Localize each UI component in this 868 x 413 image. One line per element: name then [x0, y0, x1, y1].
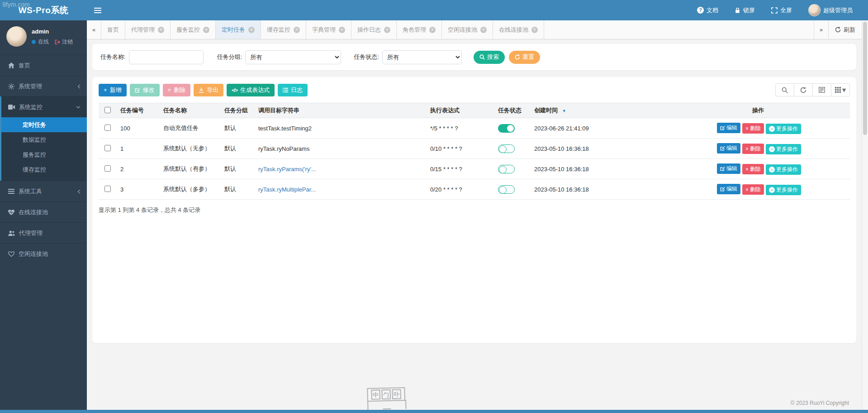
- sort-desc-icon[interactable]: ▼: [562, 109, 566, 113]
- sidebar-item-proxy-mgmt[interactable]: 代理管理: [0, 222, 87, 243]
- tab-home[interactable]: 首页: [101, 20, 125, 39]
- sidebar-item-idle-pool[interactable]: 空闲连接池: [0, 243, 87, 264]
- row-checkbox[interactable]: [104, 186, 111, 192]
- sidebar-subitem-scheduled-tasks[interactable]: 定时任务: [1, 117, 87, 132]
- status-toggle[interactable]: [498, 165, 515, 173]
- tab-cache-monitor[interactable]: 缓存监控 ×: [261, 20, 306, 39]
- user-avatar[interactable]: [6, 26, 27, 47]
- tab-proxy-mgmt[interactable]: 代理管理 ×: [125, 20, 171, 39]
- export-button[interactable]: 导出: [194, 84, 223, 96]
- task-name-input[interactable]: [129, 50, 204, 64]
- status-toggle[interactable]: [498, 124, 515, 133]
- toggle-view-button[interactable]: [812, 83, 831, 96]
- row-more-button[interactable]: › 更多操作: [766, 164, 801, 175]
- tab-close-icon[interactable]: ×: [158, 27, 164, 33]
- task-group-select[interactable]: 所有: [245, 50, 341, 64]
- row-delete-button[interactable]: × 删除: [742, 144, 764, 154]
- edit-icon: [720, 125, 725, 130]
- tab-close-icon[interactable]: ×: [203, 27, 209, 33]
- fullscreen-menu-item[interactable]: 全屏: [771, 6, 792, 14]
- toggle-search-button[interactable]: [775, 83, 794, 96]
- col-task-status[interactable]: 任务状态: [494, 103, 531, 118]
- columns-dropdown-button[interactable]: ▾: [831, 83, 850, 96]
- table-row: 2 系统默认（有参） 默认 ryTask.ryParams('ry'... 0/…: [99, 159, 850, 179]
- invoke-target-link[interactable]: ryTask.ryParams('ry'...: [255, 159, 427, 179]
- task-status-select[interactable]: 所有: [382, 50, 462, 64]
- page-scrollbar[interactable]: [862, 20, 868, 410]
- row-delete-button[interactable]: × 删除: [742, 123, 764, 134]
- sidebar-subitem-cache-monitor[interactable]: 缓存监控: [1, 162, 87, 177]
- scrollbar-thumb[interactable]: [863, 22, 867, 135]
- tab-close-icon[interactable]: ×: [339, 27, 345, 33]
- status-toggle[interactable]: [498, 185, 515, 194]
- col-task-id[interactable]: 任务编号: [117, 103, 160, 118]
- tab-op-log[interactable]: 操作日志 ×: [351, 20, 397, 39]
- edit-button[interactable]: 修改: [130, 84, 160, 96]
- generate-cron-button[interactable]: </> 生成表达式: [227, 84, 275, 96]
- col-invoke-target[interactable]: 调用目标字符串: [255, 103, 427, 118]
- tab-scheduled-tasks[interactable]: 定时任务 ×: [216, 20, 261, 39]
- tab-service-monitor[interactable]: 服务监控 ×: [171, 20, 216, 39]
- row-edit-button[interactable]: 编辑: [717, 184, 740, 194]
- row-more-button[interactable]: › 更多操作: [766, 144, 801, 154]
- sidebar-item-system-mgmt[interactable]: 系统管理: [0, 76, 87, 96]
- sidebar-subitem-data-monitor[interactable]: 数据监控: [1, 132, 87, 147]
- table-header-row: 任务编号 任务名称 任务分组 调用目标字符串 执行表达式 任务状态 创建时间 ▼…: [99, 103, 850, 118]
- search-button[interactable]: 搜索: [474, 51, 505, 64]
- row-checkbox[interactable]: [104, 125, 111, 131]
- tab-close-icon[interactable]: ×: [531, 27, 538, 33]
- row-edit-button[interactable]: 编辑: [717, 143, 740, 154]
- log-button[interactable]: 日志: [278, 84, 308, 96]
- logout-link[interactable]: 注销: [55, 38, 73, 46]
- tab-dict-mgmt[interactable]: 字典管理 ×: [306, 20, 351, 39]
- row-checkbox[interactable]: [104, 145, 111, 151]
- prev-tabs-button[interactable]: «: [87, 20, 101, 39]
- sidebar-item-home[interactable]: 首页: [0, 55, 87, 76]
- row-delete-button[interactable]: × 删除: [742, 184, 764, 195]
- row-delete-button[interactable]: × 删除: [742, 164, 764, 174]
- row-edit-button[interactable]: 编辑: [717, 163, 740, 174]
- tab-close-icon[interactable]: ×: [480, 27, 487, 33]
- delete-button[interactable]: × 删除: [163, 84, 191, 96]
- sidebar-item-online-pool[interactable]: 在线连接池: [0, 202, 87, 222]
- more-arrow-icon: ›: [769, 126, 775, 132]
- row-checkbox[interactable]: [104, 165, 111, 172]
- table-toolbar: + 新增 修改 × 删除 导出 </> 生成表达式 日志: [99, 83, 850, 96]
- select-all-checkbox[interactable]: [104, 107, 111, 113]
- table-row: 1 系统默认（无参） 默认 ryTask.ryNoParams 0/10 * *…: [99, 139, 850, 159]
- copyright-text: © 2023 RuoYi Copyright: [791, 400, 849, 406]
- invoke-target-link[interactable]: ryTask.ryMultiplePar...: [255, 179, 427, 200]
- tab-close-icon[interactable]: ×: [429, 27, 436, 33]
- add-button[interactable]: + 新增: [99, 84, 127, 96]
- video-camera-icon: [8, 105, 15, 110]
- refresh-table-button[interactable]: [794, 83, 813, 96]
- refresh-tab-button[interactable]: 刷新: [828, 20, 862, 39]
- sidebar-item-system-monitor[interactable]: 系统监控: [1, 96, 87, 117]
- sidebar-subitem-service-monitor[interactable]: 服务监控: [1, 147, 87, 162]
- tab-role-mgmt[interactable]: 角色管理 ×: [397, 20, 442, 39]
- user-menu[interactable]: 超级管理员: [808, 4, 853, 16]
- doc-menu-item[interactable]: ? 文档: [697, 6, 718, 14]
- row-edit-button[interactable]: 编辑: [717, 123, 740, 133]
- col-task-name[interactable]: 任务名称: [160, 103, 221, 118]
- more-arrow-icon: ›: [769, 146, 775, 152]
- row-more-button[interactable]: › 更多操作: [766, 185, 801, 195]
- col-cron-expression[interactable]: 执行表达式: [427, 103, 494, 118]
- tab-close-icon[interactable]: ×: [384, 27, 390, 33]
- col-create-time[interactable]: 创建时间 ▼: [531, 103, 666, 118]
- sidebar-toggle-button[interactable]: [94, 8, 101, 13]
- col-task-group[interactable]: 任务分组: [221, 103, 255, 118]
- tab-online-pool[interactable]: 在线连接池 ×: [493, 20, 544, 39]
- reset-button[interactable]: 重置: [509, 51, 540, 64]
- list-bars-icon: [8, 189, 14, 194]
- lock-screen-menu-item[interactable]: 锁屏: [735, 6, 755, 14]
- status-toggle[interactable]: [498, 144, 515, 153]
- tab-idle-pool[interactable]: 空闲连接池 ×: [442, 20, 493, 39]
- row-more-button[interactable]: › 更多操作: [766, 124, 801, 134]
- sidebar-item-system-tools[interactable]: 系统工具: [0, 181, 87, 202]
- tab-close-icon[interactable]: ×: [248, 27, 255, 33]
- heartbeat-icon: [8, 210, 14, 215]
- tab-close-icon[interactable]: ×: [294, 27, 300, 33]
- heart-outline-icon: [8, 251, 14, 257]
- next-tabs-button[interactable]: »: [814, 20, 828, 39]
